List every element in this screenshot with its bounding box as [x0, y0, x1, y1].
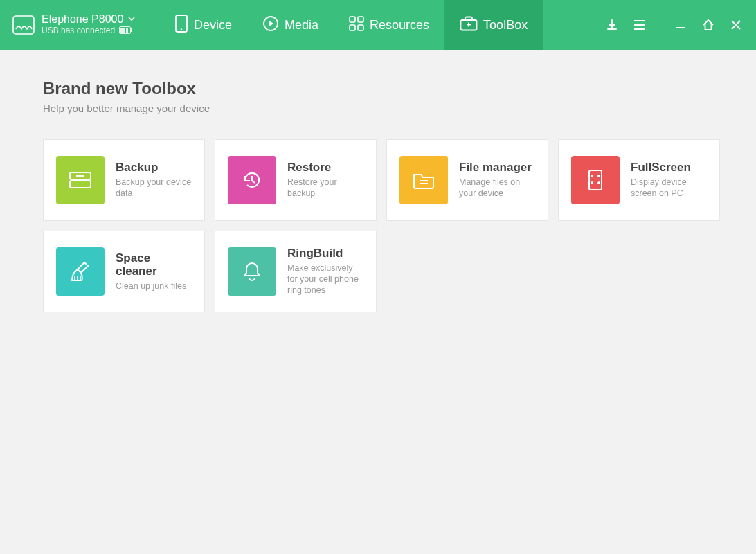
nav-device[interactable]: Device	[159, 0, 247, 50]
device-name: Elephone P8000	[42, 13, 123, 26]
card-desc: Display device screen on PC	[631, 177, 707, 199]
menu-button[interactable]	[632, 17, 647, 33]
card-desc: Restore your backup	[287, 177, 363, 199]
tool-backup[interactable]: Backup Backup your device data	[43, 139, 205, 221]
page-title: Brand new Toolbox	[43, 79, 713, 98]
card-desc: Backup your device data	[116, 177, 192, 199]
svg-rect-0	[13, 16, 34, 34]
nav-label: ToolBox	[483, 18, 528, 33]
svg-rect-29	[589, 170, 602, 190]
card-title: Restore	[287, 161, 363, 175]
nav-label: Device	[194, 18, 232, 33]
svg-rect-12	[358, 25, 363, 30]
tool-ringbuild[interactable]: RingBuild Make exclusively for your cell…	[215, 231, 377, 312]
card-title: File manager	[459, 161, 535, 175]
tool-space-cleaner[interactable]: Space cleaner Clean up junk files	[43, 231, 205, 312]
grid-icon	[349, 16, 364, 35]
battery-icon	[119, 26, 133, 37]
card-title: Space cleaner	[116, 251, 192, 278]
app-logo-icon	[12, 15, 35, 35]
card-desc: Make exclusively for your cell phone rin…	[287, 262, 363, 296]
bell-icon	[228, 247, 276, 296]
backup-icon	[56, 156, 105, 204]
restore-icon	[228, 156, 276, 204]
header: Elephone P8000 USB has connected	[0, 0, 756, 50]
tool-file-manager[interactable]: File manager Manage files on your device	[386, 139, 548, 221]
card-title: Backup	[116, 161, 192, 175]
minimize-button[interactable]	[673, 17, 688, 33]
nav-media[interactable]: Media	[247, 0, 334, 50]
divider	[660, 17, 660, 33]
main-nav: Device Media Resources	[159, 0, 543, 50]
nav-label: Media	[285, 18, 318, 33]
svg-line-26	[252, 181, 255, 183]
chevron-down-icon	[127, 13, 136, 26]
download-button[interactable]	[604, 17, 620, 33]
phone-icon	[174, 15, 188, 36]
tool-fullscreen[interactable]: FullScreen Display device screen on PC	[558, 139, 720, 221]
nav-resources[interactable]: Resources	[334, 0, 444, 50]
svg-rect-4	[123, 28, 125, 33]
close-button[interactable]	[728, 17, 744, 33]
card-desc: Clean up junk files	[116, 280, 192, 292]
toolbox-icon	[460, 16, 478, 35]
tool-restore[interactable]: Restore Restore your backup	[215, 139, 377, 221]
svg-rect-23	[70, 181, 91, 188]
home-button[interactable]	[701, 17, 716, 33]
card-desc: Manage files on your device	[459, 177, 535, 199]
device-info[interactable]: Elephone P8000 USB has connected	[0, 0, 159, 50]
card-title: RingBuild	[287, 247, 363, 260]
tool-grid: Backup Backup your device data Restore R…	[43, 139, 713, 312]
window-controls	[592, 0, 756, 50]
page-subtitle: Help you better manage your device	[43, 102, 713, 114]
svg-rect-10	[358, 17, 363, 22]
connection-status: USB has connected	[42, 26, 115, 36]
svg-point-7	[181, 28, 183, 30]
svg-rect-5	[126, 28, 128, 33]
play-circle-icon	[262, 15, 279, 35]
nav-toolbox[interactable]: ToolBox	[444, 0, 543, 50]
svg-rect-2	[131, 28, 132, 32]
folder-icon	[399, 156, 448, 204]
content: Brand new Toolbox Help you better manage…	[0, 50, 756, 341]
svg-rect-11	[350, 25, 355, 30]
fullscreen-icon	[571, 156, 620, 204]
nav-label: Resources	[370, 18, 429, 33]
brush-icon	[56, 247, 105, 296]
svg-rect-9	[350, 17, 355, 22]
card-title: FullScreen	[631, 161, 707, 175]
svg-rect-3	[120, 28, 123, 33]
